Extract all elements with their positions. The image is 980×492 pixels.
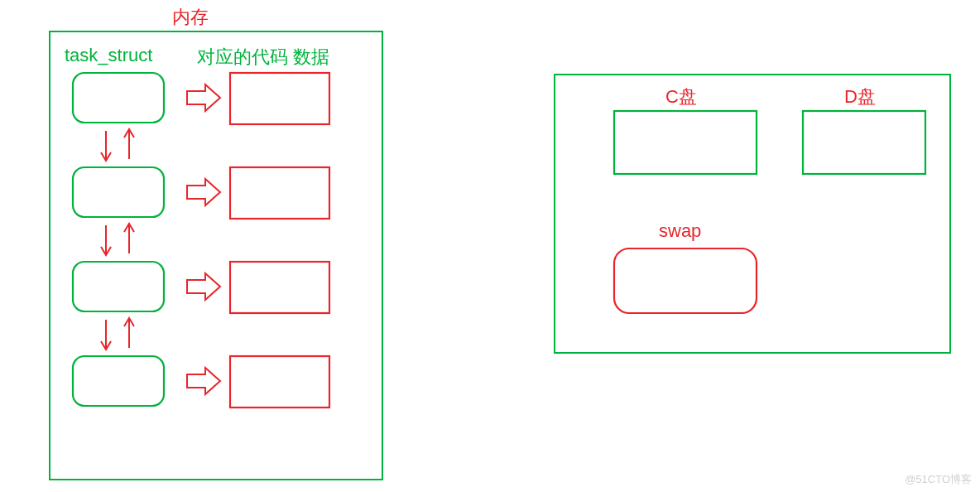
- updown-arrows-3: [101, 318, 134, 350]
- swap-label: swap: [659, 220, 701, 242]
- code-data-box-4: [230, 356, 329, 408]
- updown-arrows-1: [101, 129, 134, 161]
- watermark: @51CTO博客: [905, 472, 972, 487]
- arrow-right-1: [187, 84, 220, 111]
- arrow-right-2: [187, 179, 220, 205]
- d-drive-label: D盘: [844, 84, 876, 109]
- code-data-box-3: [230, 262, 329, 313]
- task-struct-box-3: [73, 262, 164, 311]
- c-drive-box: [614, 111, 757, 174]
- arrow-right-4: [187, 368, 220, 394]
- diagram-svg: [0, 0, 980, 492]
- code-data-box-2: [230, 167, 329, 219]
- c-drive-label: C盘: [665, 84, 697, 109]
- code-data-box-1: [230, 73, 329, 124]
- updown-arrows-2: [101, 224, 134, 255]
- task-struct-box-4: [73, 356, 164, 406]
- swap-box: [614, 248, 757, 313]
- task-struct-box-2: [73, 167, 164, 217]
- code-data-label: 对应的代码 数据: [197, 45, 329, 70]
- task-struct-label: task_struct: [65, 45, 152, 66]
- arrow-right-3: [187, 273, 220, 300]
- memory-title: 内存: [172, 5, 209, 30]
- d-drive-box: [803, 111, 925, 174]
- task-struct-box-1: [73, 73, 164, 123]
- memory-outer-box: [50, 31, 382, 480]
